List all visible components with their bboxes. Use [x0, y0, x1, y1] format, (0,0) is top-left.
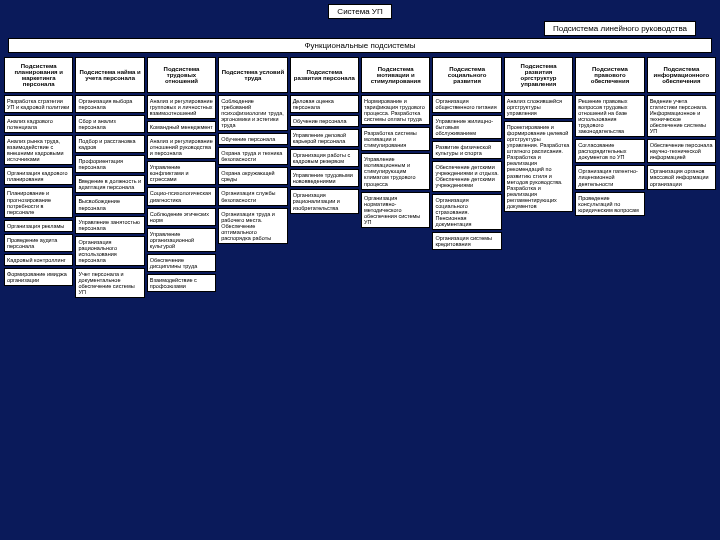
cell: Взаимодействие с профсоюзами — [147, 274, 216, 292]
cell: Организация рационализации и изобретател… — [290, 189, 359, 213]
cell: Организация общественного питания — [432, 95, 501, 113]
cell: Анализ рынка труда, взаимодействие с вне… — [4, 135, 73, 165]
cell: Охрана труда и техника безопасности — [218, 147, 287, 165]
cell: Сбор и анализ персонала — [75, 115, 144, 133]
cell: Организация нормативно-методического обе… — [361, 192, 430, 228]
column-6: Подсистема социального развитияОрганизац… — [432, 57, 501, 298]
cell: Управление жилищно-бытовым обслуживанием — [432, 115, 501, 139]
cell: Обеспечение дисциплины труда — [147, 254, 216, 272]
cell: Организация работы с кадровым резервом — [290, 149, 359, 167]
column-header: Подсистема развития оргструктур управлен… — [504, 57, 573, 93]
cell: Организация патентно-лицензионной деятел… — [575, 165, 644, 189]
cell: Ведение учета статистики персонала. Инфо… — [647, 95, 716, 137]
column-header: Подсистема социального развития — [432, 57, 501, 93]
cell: Организация выбора персонала — [75, 95, 144, 113]
column-header: Подсистема развития персонала — [290, 57, 359, 93]
cell: Управление организационной культурой — [147, 228, 216, 252]
cell: Кадровый контроллинг — [4, 254, 73, 266]
cell: Деловая оценка персонала — [290, 95, 359, 113]
cell: Обучение персонала — [218, 133, 287, 145]
cell: Анализ сложившейся оргструктуры управлен… — [504, 95, 573, 119]
cell: Обучение персонала — [290, 115, 359, 127]
subsystem-title: Подсистема линейного руководства — [544, 21, 696, 36]
column-header: Подсистема найма и учета персонала — [75, 57, 144, 93]
cell: Организация службы безопасности — [218, 187, 287, 205]
cell: Управление занятостью персонала — [75, 216, 144, 234]
cell: Формирование имиджа организации — [4, 268, 73, 286]
column-1: Подсистема найма и учета персоналаОргани… — [75, 57, 144, 298]
cell: Обеспечение детскими учреждениями и отды… — [432, 161, 501, 191]
column-5: Подсистема мотивации и стимулированияНор… — [361, 57, 430, 298]
column-2: Подсистема трудовых отношенийАнализ и ре… — [147, 57, 216, 298]
cell: Введение в должность и адаптация персона… — [75, 175, 144, 193]
column-0: Подсистема планирования и маркетинга пер… — [4, 57, 73, 298]
cell: Управление деловой карьерой персонала — [290, 129, 359, 147]
column-header: Подсистема трудовых отношений — [147, 57, 216, 93]
column-header: Подсистема условий труда — [218, 57, 287, 93]
cell: Организация социального страхования. Пен… — [432, 194, 501, 230]
column-4: Подсистема развития персоналаДеловая оце… — [290, 57, 359, 298]
diagram-root: Система УП Подсистема линейного руководс… — [0, 0, 720, 302]
cell: Управление мотивационным и стимулирующим… — [361, 153, 430, 189]
cell: Разработка системы мотивации и стимулиро… — [361, 127, 430, 151]
cell: Управление трудовыми нововведениями — [290, 169, 359, 187]
cell: Проектирование и формирование целевой ор… — [504, 121, 573, 212]
cell: Соблюдение требований психофизиологии тр… — [218, 95, 287, 131]
cell: Охрана окружающей среды — [218, 167, 287, 185]
cell: Нормирование и тарификация трудового про… — [361, 95, 430, 125]
cell: Планирование и прогнозирование потребнос… — [4, 187, 73, 217]
cell: Управление конфликтами и стрессами — [147, 161, 216, 185]
column-header: Подсистема мотивации и стимулирования — [361, 57, 430, 93]
cell: Решение правовых вопросов трудовых отнош… — [575, 95, 644, 137]
column-8: Подсистема правового обеспеченияРешение … — [575, 57, 644, 298]
cell: Организация органов массовой информации … — [647, 165, 716, 189]
cell: Организация рекламы — [4, 220, 73, 232]
cell: Проведение консультаций по юридическим в… — [575, 192, 644, 216]
cell: Развитие физической культуры и спорта — [432, 141, 501, 159]
cell: Организация труда и рабочего места. Обес… — [218, 208, 287, 244]
title-row: Система УП — [4, 4, 716, 19]
cell: Подбор и расстановка кадров — [75, 135, 144, 153]
functional-banner: Функциональные подсистемы — [8, 38, 712, 53]
cell: Проведение аудита персонала — [4, 234, 73, 252]
cell: Социо-психологическая диагностика — [147, 187, 216, 205]
cell: Организация кадрового планирования — [4, 167, 73, 185]
system-title: Система УП — [328, 4, 391, 19]
column-9: Подсистема информационного обеспеченияВе… — [647, 57, 716, 298]
cell: Разработка стратегии УП и кадровой полит… — [4, 95, 73, 113]
cell: Анализ и регулирование отношений руковод… — [147, 135, 216, 159]
cell: Профориентация персонала — [75, 155, 144, 173]
cell: Учет персонала и документальное обеспече… — [75, 268, 144, 298]
column-7: Подсистема развития оргструктур управлен… — [504, 57, 573, 298]
cell: Высвобождение персонала — [75, 195, 144, 213]
cell: Соблюдение этических норм — [147, 208, 216, 226]
cell: Организация рационального использования … — [75, 236, 144, 266]
cell: Согласование распорядительных документов… — [575, 139, 644, 163]
column-header: Подсистема информационного обеспечения — [647, 57, 716, 93]
subtitle-row: Подсистема линейного руководства — [4, 21, 716, 36]
banner-row: Функциональные подсистемы — [4, 38, 716, 53]
column-header: Подсистема планирования и маркетинга пер… — [4, 57, 73, 93]
cell: Анализ кадрового потенциала — [4, 115, 73, 133]
column-header: Подсистема правового обеспечения — [575, 57, 644, 93]
cell: Обеспечение персонала научно-технической… — [647, 139, 716, 163]
columns-container: Подсистема планирования и маркетинга пер… — [4, 57, 716, 298]
cell: Командный менеджмент — [147, 121, 216, 133]
column-3: Подсистема условий трудаСоблюдение требо… — [218, 57, 287, 298]
cell: Организация системы кредитования — [432, 232, 501, 250]
cell: Анализ и регулирование групповых и лично… — [147, 95, 216, 119]
